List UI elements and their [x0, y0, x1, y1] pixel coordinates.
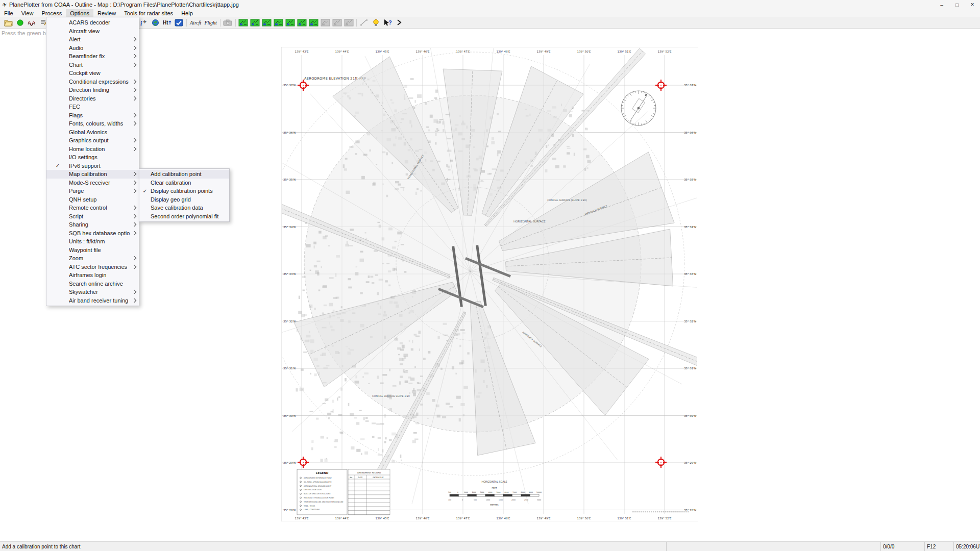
- chart-preset-1-button[interactable]: [237, 18, 249, 28]
- options-menu-item-qnh-setup[interactable]: QNH setup: [46, 195, 139, 204]
- submenu-arrow-icon: [130, 206, 139, 209]
- altitude-labels-button[interactable]: Ht: [161, 18, 173, 28]
- options-menu-item-mode-s-receiver[interactable]: Mode-S receiver: [46, 179, 139, 187]
- menu-item-label: Direction finding: [69, 87, 130, 93]
- mapcal-item-clear-calibration[interactable]: Clear calibration: [139, 179, 229, 187]
- options-menu-item-audio[interactable]: Audio: [46, 44, 139, 53]
- menubar-item-view[interactable]: View: [17, 9, 38, 17]
- start-processing-button[interactable]: [14, 18, 26, 28]
- context-help-button[interactable]: ?: [382, 18, 394, 28]
- options-menu-item-airframes-login[interactable]: Airframes login: [46, 271, 139, 280]
- options-menu-item-zoom[interactable]: Zoom: [46, 254, 139, 263]
- svg-text:4000: 4000: [488, 491, 492, 493]
- chart-preset-2-button[interactable]: [249, 18, 261, 28]
- svg-text:5000: 5000: [496, 491, 500, 493]
- chart-preset-6-button[interactable]: [296, 18, 308, 28]
- submenu-arrow-icon: [130, 257, 139, 260]
- mapcal-item-add-calibration-point[interactable]: Add calibration point: [139, 170, 229, 179]
- chart-image[interactable]: 139° 43'E139° 43'E139° 44'E139° 44'E139°…: [281, 47, 698, 521]
- svg-text:35° 34'N: 35° 34'N: [684, 226, 696, 229]
- aircraft-table-button[interactable]: Aircft: [188, 18, 203, 28]
- options-menu-item-home-location[interactable]: Home location: [46, 145, 139, 154]
- submenu-arrow-icon: [130, 265, 139, 268]
- check-icon: ✓: [139, 188, 151, 194]
- options-menu-item-flags[interactable]: Flags: [46, 111, 139, 120]
- svg-text:2000: 2000: [511, 499, 516, 501]
- map-area[interactable]: Press the green b 139° 43'E139° 43'E139°…: [0, 29, 980, 542]
- menu-item-label: ATC sector frequencies: [69, 264, 130, 270]
- options-menu-item-acars-decoder[interactable]: ACARS decoder: [46, 18, 139, 27]
- options-menu-item-atc-sector-frequencies[interactable]: ATC sector frequencies: [46, 263, 139, 271]
- options-menu-item-remote-control[interactable]: Remote control: [46, 204, 139, 212]
- submenu-arrow-icon: [130, 88, 139, 91]
- submenu-arrow-icon: [130, 114, 139, 117]
- chart-preset-4-button[interactable]: [273, 18, 284, 28]
- options-menu-item-alert[interactable]: Alert: [46, 35, 139, 44]
- menubar-item-review[interactable]: Review: [93, 9, 120, 17]
- svg-text:?: ?: [388, 19, 392, 26]
- menu-bar: FileViewProcessOptionsReviewTools for ra…: [0, 9, 980, 17]
- flight-table-button[interactable]: Flight: [203, 18, 218, 28]
- menubar-item-process[interactable]: Process: [37, 9, 66, 17]
- options-menu-item-cockpit-view[interactable]: Cockpit view: [46, 69, 139, 78]
- options-menu-item-search-online-archive[interactable]: Search online archive: [46, 280, 139, 288]
- options-menu-item-script[interactable]: Script: [46, 212, 139, 221]
- signal-display-button[interactable]: [26, 18, 38, 28]
- options-menu-item-fec[interactable]: FEC: [46, 103, 139, 111]
- svg-text:35° 31'N: 35° 31'N: [684, 367, 696, 370]
- options-menu-item-skywatcher[interactable]: Skywatcher: [46, 288, 139, 296]
- maximize-button[interactable]: □: [949, 0, 965, 9]
- options-menu-item-sqb-hex-database-options[interactable]: SQB hex database options: [46, 229, 139, 238]
- minimize-button[interactable]: –: [934, 0, 949, 9]
- chart-preset-3-button[interactable]: [261, 18, 273, 28]
- submenu-arrow-icon: [130, 232, 139, 235]
- options-menu-item-chart[interactable]: Chart: [46, 61, 139, 69]
- menu-item-label: Chart: [69, 62, 130, 68]
- svg-text:3000: 3000: [537, 499, 541, 501]
- menu-item-label: Second order polynomial fit: [151, 213, 220, 219]
- mapcal-item-save-calibration-data[interactable]: Save calibration data: [139, 204, 229, 212]
- options-menu-item-graphics-output[interactable]: Graphics output: [46, 136, 139, 145]
- options-menu-item-i-o-settings[interactable]: I/O settings: [46, 153, 139, 162]
- google-earth-button[interactable]: [150, 18, 161, 28]
- options-menu-item-conditional-expressions[interactable]: Conditional expressions: [46, 78, 139, 86]
- options-menu-item-ipv6-support[interactable]: ✓IPv6 support: [46, 162, 139, 170]
- mapcal-item-display-calibration-points[interactable]: ✓Display calibration points: [139, 187, 229, 195]
- close-button[interactable]: ×: [965, 0, 980, 9]
- options-menu-item-beamfinder-fix[interactable]: Beamfinder fix: [46, 52, 139, 61]
- open-chart-button[interactable]: [3, 18, 14, 28]
- options-menu-item-waypoint-file[interactable]: Waypoint file: [46, 246, 139, 255]
- chart-preset-7-button[interactable]: [308, 18, 320, 28]
- tip-of-day-button[interactable]: [370, 18, 382, 28]
- options-menu-item-units-ft-kt-nm[interactable]: Units : ft/kt/nm: [46, 237, 139, 246]
- svg-text:35° 37'N: 35° 37'N: [283, 84, 296, 87]
- options-menu-item-map-calibration[interactable]: Map calibration: [46, 170, 139, 179]
- chart-preset-5-button[interactable]: [284, 18, 296, 28]
- options-menu-item-direction-finding[interactable]: Direction finding: [46, 86, 139, 94]
- mapcal-item-second-order-polynomial-fit[interactable]: Second order polynomial fit: [139, 212, 229, 221]
- options-menu-item-fonts-colours-widths[interactable]: Fonts, colours, widths: [46, 119, 139, 128]
- options-menu-item-sharing[interactable]: Sharing: [46, 220, 139, 229]
- options-menu-item-global-avionics[interactable]: Global Avionics: [46, 128, 139, 137]
- chart-view-toggle[interactable]: [173, 18, 185, 28]
- aircraft-info-button[interactable]: i✈: [138, 18, 150, 28]
- menu-item-label: Skywatcher: [69, 289, 130, 295]
- more-tools-button[interactable]: [394, 18, 405, 28]
- svg-text:500: 500: [474, 499, 477, 501]
- options-menu-item-directories[interactable]: Directories: [46, 94, 139, 103]
- chart-preset-9-button: [331, 18, 343, 28]
- menubar-item-options[interactable]: Options: [66, 9, 93, 17]
- svg-text:35° 35'N: 35° 35'N: [684, 178, 696, 181]
- svg-text:2000: 2000: [472, 491, 476, 493]
- submenu-arrow-icon: [130, 189, 139, 192]
- menubar-item-help[interactable]: Help: [177, 9, 197, 17]
- svg-text:8000: 8000: [521, 491, 525, 493]
- menubar-item-tools-for-radar-sites[interactable]: Tools for radar sites: [120, 9, 177, 17]
- options-menu-item-air-band-receiver-tuning[interactable]: Air band receiver tuning: [46, 296, 139, 305]
- options-menu-item-purge[interactable]: Purge: [46, 187, 139, 195]
- menu-item-label: Directories: [69, 95, 130, 102]
- menubar-item-file[interactable]: File: [0, 9, 17, 17]
- mapcal-item-display-geo-grid[interactable]: Display geo grid: [139, 195, 229, 204]
- chart-preset-8-button: [320, 18, 331, 28]
- options-menu-item-aircraft-view[interactable]: Aircraft view: [46, 27, 139, 36]
